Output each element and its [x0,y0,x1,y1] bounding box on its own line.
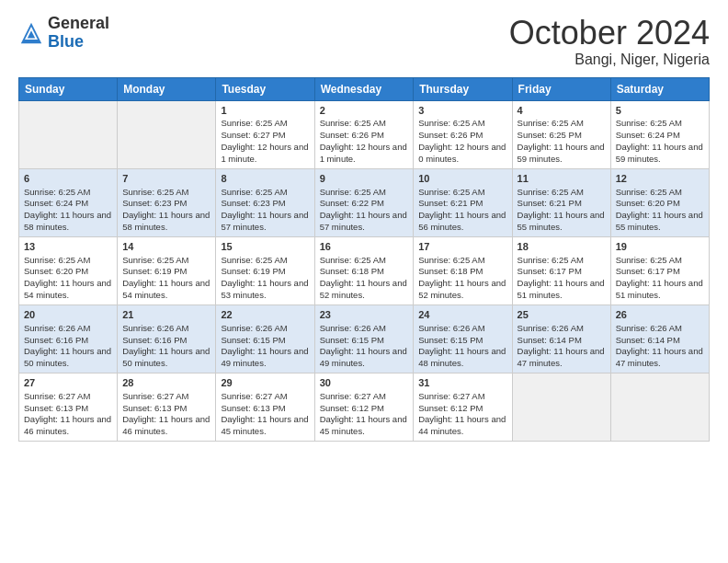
day-info-text: Daylight: 11 hours and 51 minutes. [518,278,606,302]
day-info-text: Daylight: 12 hours and 0 minutes. [418,142,506,166]
day-info-text: Sunset: 6:15 PM [418,335,506,347]
day-number: 11 [518,172,606,186]
day-info-text: Sunset: 6:13 PM [122,403,210,415]
day-info-text: Daylight: 11 hours and 53 minutes. [221,278,309,302]
table-row: 6Sunrise: 6:25 AMSunset: 6:24 PMDaylight… [19,168,118,236]
day-number: 7 [122,172,210,186]
day-info-text: Daylight: 11 hours and 47 minutes. [616,346,704,370]
table-row: 19Sunrise: 6:25 AMSunset: 6:17 PMDayligh… [610,236,709,304]
table-row: 29Sunrise: 6:27 AMSunset: 6:13 PMDayligh… [216,373,314,441]
table-row: 3Sunrise: 6:25 AMSunset: 6:26 PMDaylight… [414,100,512,168]
day-info-text: Sunrise: 6:25 AM [24,187,112,199]
table-row: 25Sunrise: 6:26 AMSunset: 6:14 PMDayligh… [512,304,610,373]
day-info-text: Sunrise: 6:25 AM [221,255,309,267]
day-number: 6 [24,172,112,186]
day-info-text: Daylight: 11 hours and 55 minutes. [518,210,606,234]
day-info-text: Sunrise: 6:27 AM [122,391,210,403]
day-info-text: Sunset: 6:12 PM [320,403,409,415]
table-row: 13Sunrise: 6:25 AMSunset: 6:20 PMDayligh… [19,236,118,304]
table-row: 28Sunrise: 6:27 AMSunset: 6:13 PMDayligh… [118,373,216,441]
table-row [118,100,216,168]
logo: General Blue [18,15,109,52]
day-info-text: Sunset: 6:16 PM [122,335,210,347]
day-number: 24 [418,308,506,322]
day-info-text: Daylight: 11 hours and 56 minutes. [418,210,506,234]
day-info-text: Daylight: 11 hours and 45 minutes. [221,414,309,438]
day-info-text: Sunset: 6:14 PM [616,335,704,347]
day-info-text: Sunrise: 6:25 AM [221,118,309,130]
day-number: 26 [616,308,704,322]
day-number: 20 [24,308,112,322]
day-info-text: Sunrise: 6:26 AM [320,323,409,335]
calendar-week-row: 1Sunrise: 6:25 AMSunset: 6:27 PMDaylight… [19,100,710,168]
day-info-text: Sunset: 6:18 PM [418,266,506,278]
day-number: 23 [320,308,409,322]
table-row: 22Sunrise: 6:26 AMSunset: 6:15 PMDayligh… [216,304,314,373]
calendar-week-row: 13Sunrise: 6:25 AMSunset: 6:20 PMDayligh… [19,236,710,304]
day-number: 1 [221,104,309,118]
table-row: 9Sunrise: 6:25 AMSunset: 6:22 PMDaylight… [314,168,414,236]
day-number: 22 [221,308,309,322]
day-info-text: Daylight: 11 hours and 50 minutes. [24,346,112,370]
table-row: 18Sunrise: 6:25 AMSunset: 6:17 PMDayligh… [512,236,610,304]
table-row: 31Sunrise: 6:27 AMSunset: 6:12 PMDayligh… [414,373,512,441]
logo-general-text: General [48,14,109,32]
day-number: 5 [616,104,704,118]
day-info-text: Daylight: 11 hours and 52 minutes. [418,278,506,302]
day-number: 28 [122,376,210,390]
day-number: 19 [616,240,704,254]
table-row: 26Sunrise: 6:26 AMSunset: 6:14 PMDayligh… [610,304,709,373]
day-info-text: Sunset: 6:15 PM [221,335,309,347]
day-info-text: Sunrise: 6:25 AM [320,255,409,267]
day-number: 30 [320,376,409,390]
day-info-text: Sunrise: 6:27 AM [24,391,112,403]
table-row [610,373,709,441]
day-info-text: Daylight: 11 hours and 59 minutes. [616,142,704,166]
day-info-text: Sunset: 6:25 PM [518,130,606,142]
day-info-text: Sunrise: 6:26 AM [418,323,506,335]
table-row: 7Sunrise: 6:25 AMSunset: 6:23 PMDaylight… [118,168,216,236]
col-tuesday: Tuesday [216,77,314,100]
day-number: 21 [122,308,210,322]
header: General Blue October 2024 Bangi, Niger, … [18,15,710,68]
day-number: 16 [320,240,409,254]
table-row: 2Sunrise: 6:25 AMSunset: 6:26 PMDaylight… [314,100,414,168]
day-info-text: Daylight: 11 hours and 54 minutes. [122,278,210,302]
table-row: 21Sunrise: 6:26 AMSunset: 6:16 PMDayligh… [118,304,216,373]
calendar: Sunday Monday Tuesday Wednesday Thursday… [18,77,710,442]
day-info-text: Daylight: 11 hours and 51 minutes. [616,278,704,302]
day-info-text: Sunrise: 6:25 AM [320,118,409,130]
day-info-text: Sunset: 6:14 PM [518,335,606,347]
month-title: October 2024 [509,15,710,52]
day-number: 3 [418,104,506,118]
table-row [19,100,118,168]
day-info-text: Sunset: 6:16 PM [24,335,112,347]
day-info-text: Sunset: 6:26 PM [320,130,409,142]
day-info-text: Sunrise: 6:25 AM [418,118,506,130]
title-area: October 2024 Bangi, Niger, Nigeria [509,15,710,68]
day-info-text: Daylight: 11 hours and 46 minutes. [24,414,112,438]
day-info-text: Sunset: 6:26 PM [418,130,506,142]
day-number: 29 [221,376,309,390]
day-info-text: Sunrise: 6:26 AM [221,323,309,335]
day-number: 27 [24,376,112,390]
day-info-text: Daylight: 11 hours and 46 minutes. [122,414,210,438]
day-info-text: Sunset: 6:17 PM [616,266,704,278]
col-thursday: Thursday [414,77,512,100]
table-row: 4Sunrise: 6:25 AMSunset: 6:25 PMDaylight… [512,100,610,168]
logo-blue-text: Blue [48,32,84,51]
day-info-text: Daylight: 11 hours and 49 minutes. [320,346,409,370]
day-info-text: Sunset: 6:20 PM [616,198,704,210]
day-info-text: Daylight: 11 hours and 58 minutes. [122,210,210,234]
day-number: 31 [418,376,506,390]
day-number: 12 [616,172,704,186]
day-info-text: Sunrise: 6:25 AM [24,255,112,267]
day-info-text: Sunset: 6:23 PM [221,198,309,210]
day-info-text: Sunrise: 6:25 AM [616,118,704,130]
day-info-text: Sunrise: 6:25 AM [616,255,704,267]
table-row: 30Sunrise: 6:27 AMSunset: 6:12 PMDayligh… [314,373,414,441]
table-row: 20Sunrise: 6:26 AMSunset: 6:16 PMDayligh… [19,304,118,373]
col-friday: Friday [512,77,610,100]
day-info-text: Sunrise: 6:26 AM [518,323,606,335]
table-row: 16Sunrise: 6:25 AMSunset: 6:18 PMDayligh… [314,236,414,304]
